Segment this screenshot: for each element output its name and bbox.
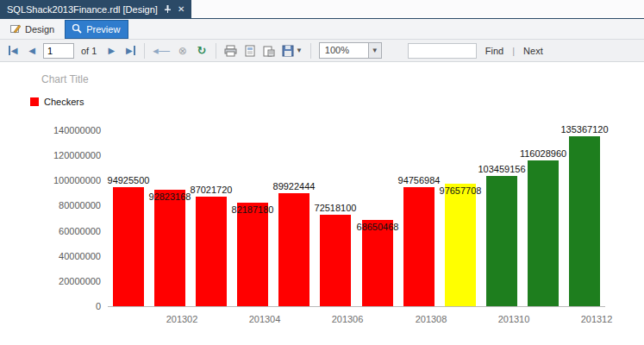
bar-201312 <box>569 136 600 306</box>
refresh-icon: ↻ <box>197 44 206 57</box>
view-tab-bar: Design Preview <box>0 19 644 40</box>
document-tab-title: SQLShack2013Finance.rdl [Design] <box>7 4 158 15</box>
next-page-button[interactable]: ▶ <box>103 42 119 60</box>
toolbar-separator <box>310 43 311 59</box>
bar-201311 <box>528 160 559 306</box>
last-page-button[interactable]: ▶ <box>122 42 138 60</box>
tab-preview-label: Preview <box>86 24 120 34</box>
preview-icon <box>72 23 82 35</box>
x-axis-tick-label: 201302 <box>156 314 208 324</box>
y-axis-tick-label: 60000000 <box>23 226 101 236</box>
toolbar-separator <box>216 43 216 59</box>
y-axis-tick-label: 140000000 <box>23 125 101 135</box>
export-dropdown-icon: ▼ <box>296 47 303 54</box>
y-axis-tick-label: 20000000 <box>23 276 101 286</box>
stop-button[interactable]: ⊗ <box>175 42 191 60</box>
zoom-combobox[interactable]: 100% ▼ <box>319 42 382 59</box>
zoom-value: 100% <box>320 43 368 58</box>
find-next-button[interactable]: Next <box>518 46 548 56</box>
x-axis-tick-label: 201306 <box>322 314 373 324</box>
design-icon <box>10 23 21 35</box>
x-axis-tick-label: 201310 <box>488 314 540 324</box>
previous-page-icon: ◀ <box>28 46 35 55</box>
report-toolbar: ◀ ◀ of 1 ▶ ▶ ◂— ⊗ ↻ ▼ 100% ▼ Find | Next <box>0 40 644 62</box>
y-axis-tick-label: 80000000 <box>23 200 101 210</box>
refresh-button[interactable]: ↻ <box>194 42 209 60</box>
previous-page-button[interactable]: ◀ <box>24 42 40 60</box>
print-layout-button[interactable] <box>242 42 258 60</box>
document-tab[interactable]: SQLShack2013Finance.rdl [Design] ✕ <box>0 0 191 18</box>
y-axis-tick-label: 120000000 <box>23 150 101 160</box>
bar-value-label: 72518100 <box>297 203 374 213</box>
first-page-icon: ◀ <box>9 46 18 55</box>
bar-201302 <box>154 190 185 306</box>
print-icon <box>224 45 237 57</box>
last-page-icon: ▶ <box>126 46 135 55</box>
print-button[interactable] <box>222 42 239 60</box>
page-number-input[interactable] <box>43 43 74 59</box>
y-axis-tick-label: 40000000 <box>23 251 101 261</box>
bar-201304 <box>237 203 268 306</box>
bar-201308 <box>403 187 435 306</box>
back-icon: ◂— <box>153 44 170 57</box>
page-count-label: of 1 <box>78 46 100 56</box>
bar-value-label: 89922444 <box>255 181 333 191</box>
first-page-button[interactable]: ◀ <box>5 42 21 60</box>
export-icon <box>282 45 294 57</box>
stop-icon: ⊗ <box>178 45 187 57</box>
find-text-input[interactable] <box>408 43 477 59</box>
zoom-dropdown-icon[interactable]: ▼ <box>368 43 381 58</box>
next-page-icon: ▶ <box>109 46 116 55</box>
toolbar-separator <box>144 43 145 59</box>
tab-preview[interactable]: Preview <box>65 20 128 39</box>
tab-design[interactable]: Design <box>3 20 63 39</box>
tab-design-label: Design <box>25 24 54 34</box>
report-preview-area: Chart Title Checkers 0200000004000000060… <box>0 63 644 345</box>
bar-value-label: 94925500 <box>90 175 167 185</box>
page-setup-button[interactable] <box>261 42 277 60</box>
back-button[interactable]: ◂— <box>151 42 172 60</box>
page-setup-icon <box>263 45 275 57</box>
print-layout-icon <box>244 45 256 57</box>
bar-201310 <box>486 176 517 306</box>
bar-201309 <box>445 184 476 306</box>
x-axis-line <box>108 306 605 307</box>
close-icon[interactable]: ✕ <box>178 5 184 14</box>
x-axis-tick-label: 201312 <box>571 314 622 324</box>
bar-value-label: 87021720 <box>172 185 250 195</box>
bar-201301 <box>113 187 144 306</box>
pin-icon[interactable] <box>164 5 172 14</box>
bar-value-label: 135367120 <box>546 124 623 135</box>
bar-201307 <box>362 220 393 306</box>
bar-chart: 0200000004000000060000000800000001000000… <box>0 63 644 345</box>
document-tab-strip: SQLShack2013Finance.rdl [Design] ✕ <box>0 0 644 19</box>
export-button[interactable]: ▼ <box>280 42 304 60</box>
find-button[interactable]: Find <box>480 46 509 56</box>
x-axis-tick-label: 201304 <box>239 314 291 324</box>
y-axis-tick-label: 0 <box>23 301 101 311</box>
find-next-separator: | <box>512 46 515 56</box>
x-axis-tick-label: 201308 <box>405 314 457 324</box>
